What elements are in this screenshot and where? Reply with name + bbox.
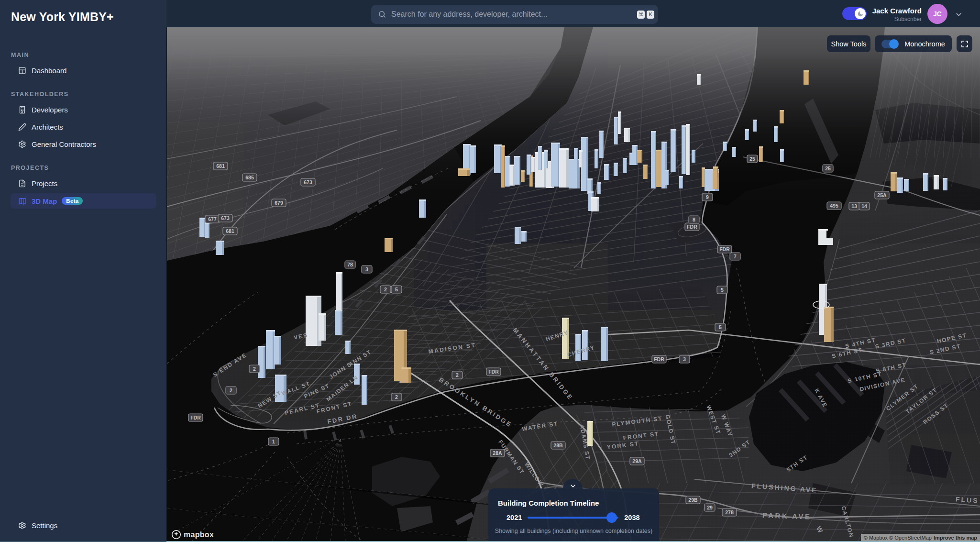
svg-text:29: 29 xyxy=(707,505,713,510)
svg-text:FDR: FDR xyxy=(488,369,499,375)
svg-text:78: 78 xyxy=(347,262,353,267)
svg-text:25: 25 xyxy=(749,156,755,162)
svg-text:495: 495 xyxy=(830,203,838,209)
svg-text:PARK AVE: PARK AVE xyxy=(762,511,812,521)
svg-text:677: 677 xyxy=(208,216,217,222)
svg-text:FDR: FDR xyxy=(190,415,201,420)
svg-text:673: 673 xyxy=(304,179,312,185)
svg-text:681: 681 xyxy=(216,163,225,169)
svg-text:7: 7 xyxy=(734,254,737,259)
svg-text:29B: 29B xyxy=(688,497,698,503)
svg-text:5: 5 xyxy=(721,287,724,293)
svg-text:28B: 28B xyxy=(553,442,563,448)
svg-text:8: 8 xyxy=(693,217,695,222)
svg-text:FDR: FDR xyxy=(654,356,664,362)
svg-text:25A: 25A xyxy=(877,192,887,198)
svg-text:3: 3 xyxy=(365,266,368,272)
svg-text:13: 13 xyxy=(851,203,857,209)
svg-text:14: 14 xyxy=(861,203,867,209)
svg-text:2: 2 xyxy=(230,387,232,393)
svg-text:5: 5 xyxy=(395,287,398,292)
svg-text:2: 2 xyxy=(253,366,256,372)
svg-text:2: 2 xyxy=(456,372,459,378)
svg-text:2: 2 xyxy=(395,394,398,400)
svg-text:2: 2 xyxy=(384,287,387,292)
svg-text:681: 681 xyxy=(226,228,234,234)
svg-text:FDR: FDR xyxy=(687,224,697,230)
svg-text:278: 278 xyxy=(725,509,734,515)
svg-text:9: 9 xyxy=(706,194,709,200)
svg-text:673: 673 xyxy=(221,215,230,221)
svg-text:FLUS: FLUS xyxy=(956,495,980,504)
svg-text:1: 1 xyxy=(272,439,275,444)
svg-text:685: 685 xyxy=(245,175,254,180)
svg-text:FDR: FDR xyxy=(719,246,730,252)
svg-text:679: 679 xyxy=(275,200,283,206)
svg-text:5: 5 xyxy=(719,324,722,330)
svg-text:25: 25 xyxy=(825,166,831,171)
svg-text:3: 3 xyxy=(683,356,686,362)
svg-text:29A: 29A xyxy=(632,458,642,464)
svg-text:28A: 28A xyxy=(493,450,502,456)
